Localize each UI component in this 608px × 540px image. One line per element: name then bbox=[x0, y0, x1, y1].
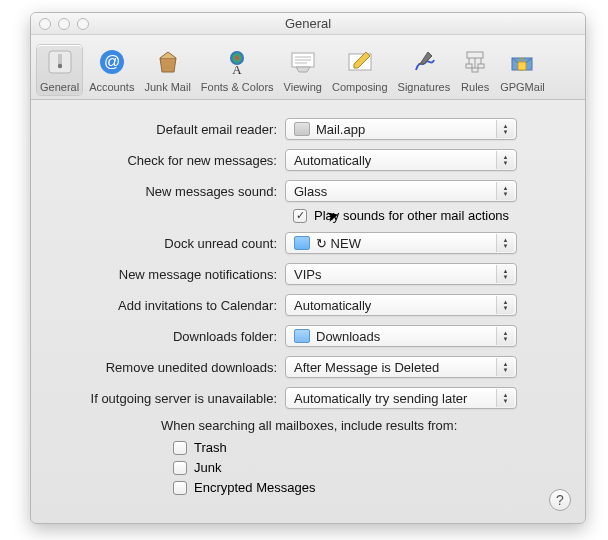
rules-icon bbox=[460, 47, 490, 77]
popup-value: Automatically bbox=[294, 153, 371, 168]
label-downloads: Downloads folder: bbox=[53, 329, 285, 344]
label-junk: Junk bbox=[194, 460, 221, 475]
panel-general: Default email reader: Mail.app ▲▼ Check … bbox=[31, 100, 585, 514]
toolbar-label: GPGMail bbox=[500, 81, 545, 93]
row-trash: Trash bbox=[173, 440, 563, 455]
toolbar-item-junk[interactable]: Junk Mail bbox=[141, 45, 193, 95]
toolbar-label: Junk Mail bbox=[144, 81, 190, 93]
toolbar-label: General bbox=[40, 81, 79, 93]
label-trash: Trash bbox=[194, 440, 227, 455]
help-icon: ? bbox=[556, 492, 564, 508]
popup-downloads[interactable]: Downloads ▲▼ bbox=[285, 325, 517, 347]
svg-text:A: A bbox=[233, 62, 243, 76]
signatures-icon bbox=[409, 47, 439, 77]
chevron-updown-icon: ▲▼ bbox=[496, 265, 514, 283]
svg-rect-14 bbox=[478, 64, 484, 68]
toolbar-item-general[interactable]: General bbox=[37, 45, 82, 95]
checkbox-trash[interactable] bbox=[173, 441, 187, 455]
help-button[interactable]: ? bbox=[549, 489, 571, 511]
popup-value: After Message is Deleted bbox=[294, 360, 439, 375]
mail-app-icon bbox=[294, 122, 310, 136]
toolbar-label: Rules bbox=[461, 81, 489, 93]
chevron-updown-icon: ▲▼ bbox=[496, 182, 514, 200]
label-add-invitations: Add invitations to Calendar: bbox=[53, 298, 285, 313]
popup-notifications[interactable]: VIPs ▲▼ bbox=[285, 263, 517, 285]
checkbox-encrypted[interactable] bbox=[173, 481, 187, 495]
label-outgoing-unavail: If outgoing server is unavailable: bbox=[53, 391, 285, 406]
label-new-sound: New messages sound: bbox=[53, 184, 285, 199]
toolbar-item-rules[interactable]: Rules bbox=[457, 45, 493, 95]
chevron-updown-icon: ▲▼ bbox=[496, 389, 514, 407]
popup-value: Automatically try sending later bbox=[294, 391, 467, 406]
svg-rect-17 bbox=[518, 62, 526, 70]
label-remove-unedited: Remove unedited downloads: bbox=[53, 360, 285, 375]
checkbox-junk[interactable] bbox=[173, 461, 187, 475]
toolbar-item-fonts[interactable]: A Fonts & Colors bbox=[198, 45, 277, 95]
viewing-icon bbox=[288, 47, 318, 77]
toolbar-item-composing[interactable]: Composing bbox=[329, 45, 391, 95]
label-play-sounds: Play sounds for other mail actions bbox=[314, 208, 509, 223]
toolbar: General @ Accounts Junk Mail A Fonts & C… bbox=[31, 35, 585, 100]
label-default-reader: Default email reader: bbox=[53, 122, 285, 137]
at-icon: @ bbox=[97, 47, 127, 77]
junk-icon bbox=[153, 47, 183, 77]
label-notifications: New message notifications: bbox=[53, 267, 285, 282]
popup-value: VIPs bbox=[294, 267, 321, 282]
toolbar-label: Fonts & Colors bbox=[201, 81, 274, 93]
toolbar-label: Viewing bbox=[284, 81, 322, 93]
toolbar-item-gpgmail[interactable]: GPGMail bbox=[497, 45, 548, 95]
toolbar-item-signatures[interactable]: Signatures bbox=[395, 45, 454, 95]
label-check-messages: Check for new messages: bbox=[53, 153, 285, 168]
row-encrypted: Encrypted Messages bbox=[173, 480, 563, 495]
svg-rect-12 bbox=[467, 52, 483, 58]
chevron-updown-icon: ▲▼ bbox=[496, 296, 514, 314]
popup-value: ↻ NEW bbox=[316, 236, 361, 251]
chevron-updown-icon: ▲▼ bbox=[496, 358, 514, 376]
popup-value: Automatically bbox=[294, 298, 371, 313]
chevron-updown-icon: ▲▼ bbox=[496, 327, 514, 345]
folder-icon bbox=[294, 236, 310, 250]
toolbar-label: Signatures bbox=[398, 81, 451, 93]
svg-rect-15 bbox=[472, 68, 478, 72]
label-search-header: When searching all mailboxes, include re… bbox=[161, 418, 563, 433]
popup-value: Glass bbox=[294, 184, 327, 199]
popup-value: Downloads bbox=[316, 329, 380, 344]
toolbar-item-accounts[interactable]: @ Accounts bbox=[86, 45, 137, 95]
row-play-sounds: Play sounds for other mail actions ➤ bbox=[293, 208, 563, 223]
popup-new-sound[interactable]: Glass ▲▼ bbox=[285, 180, 517, 202]
label-encrypted: Encrypted Messages bbox=[194, 480, 315, 495]
row-junk: Junk bbox=[173, 460, 563, 475]
svg-point-2 bbox=[57, 64, 61, 68]
composing-icon bbox=[345, 47, 375, 77]
preferences-window: General General @ Accounts Junk Mail A F… bbox=[30, 12, 586, 524]
folder-icon bbox=[294, 329, 310, 343]
toolbar-item-viewing[interactable]: Viewing bbox=[281, 45, 325, 95]
toolbar-label: Accounts bbox=[89, 81, 134, 93]
toolbar-label: Composing bbox=[332, 81, 388, 93]
slider-icon bbox=[45, 47, 75, 77]
svg-rect-13 bbox=[466, 64, 472, 68]
chevron-updown-icon: ▲▼ bbox=[496, 151, 514, 169]
popup-outgoing-unavail[interactable]: Automatically try sending later ▲▼ bbox=[285, 387, 517, 409]
checkbox-play-sounds[interactable] bbox=[293, 209, 307, 223]
chevron-updown-icon: ▲▼ bbox=[496, 234, 514, 252]
gpgmail-icon bbox=[507, 47, 537, 77]
popup-default-reader[interactable]: Mail.app ▲▼ bbox=[285, 118, 517, 140]
popup-add-invitations[interactable]: Automatically ▲▼ bbox=[285, 294, 517, 316]
svg-text:@: @ bbox=[104, 53, 120, 70]
label-dock-unread: Dock unread count: bbox=[53, 236, 285, 251]
popup-check-messages[interactable]: Automatically ▲▼ bbox=[285, 149, 517, 171]
fonts-colors-icon: A bbox=[222, 47, 252, 77]
window-title: General bbox=[31, 16, 585, 31]
titlebar: General bbox=[31, 13, 585, 35]
popup-remove-unedited[interactable]: After Message is Deleted ▲▼ bbox=[285, 356, 517, 378]
popup-value: Mail.app bbox=[316, 122, 365, 137]
popup-dock-unread[interactable]: ↻ NEW ▲▼ bbox=[285, 232, 517, 254]
chevron-updown-icon: ▲▼ bbox=[496, 120, 514, 138]
